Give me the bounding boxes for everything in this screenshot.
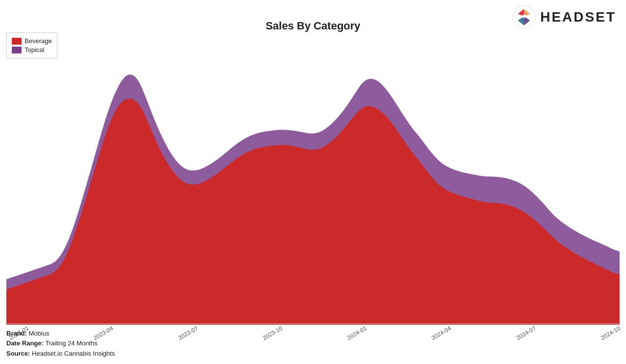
chart-area [6,32,620,325]
xaxis-label-4: 2024-01 [346,325,368,341]
footer-info: Brand: Mobius Date Range: Trailing 24 Mo… [6,329,115,359]
brand-label: Brand: [6,330,27,337]
source-label: Source: [6,350,30,357]
brand-value: Mobius [29,330,50,337]
source-value: Headset.io Cannabis Insights [32,350,115,357]
footer-daterange: Date Range: Trailing 24 Months [6,338,115,349]
svg-point-1 [522,15,526,18]
footer-brand: Brand: Mobius [6,329,115,339]
xaxis-label-6: 2024-07 [515,325,537,341]
daterange-value: Trailing 24 Months [45,339,97,347]
chart-svg [6,32,620,325]
chart-title: Sales By Category [0,20,626,32]
xaxis-label-3: 2023-10 [261,325,284,341]
xaxis-label-5: 2024-04 [430,325,452,341]
xaxis-label-2: 2023-07 [177,325,199,341]
footer-source: Source: Headset.io Cannabis Insights [6,349,115,359]
page-container: HEADSET Sales By Category Beverage Topic… [0,0,626,364]
daterange-label: Date Range: [6,339,44,347]
xaxis-label-7: 2024-10 [600,325,622,341]
